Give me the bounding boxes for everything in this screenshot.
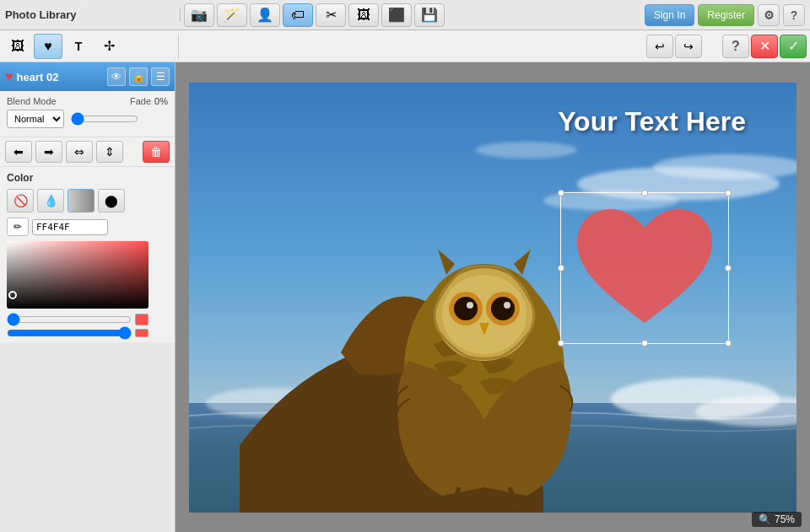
canvas-container: Your Text Here (189, 83, 796, 513)
hue-slider-row (7, 314, 168, 325)
redo-button[interactable]: ↪ (675, 35, 702, 58)
wand-tool-btn[interactable]: 🪄 (217, 3, 247, 27)
svg-point-18 (467, 302, 473, 309)
hue-slider[interactable] (7, 314, 132, 325)
save-tool-btn[interactable]: 💾 (414, 3, 445, 27)
help-icon-button[interactable]: ⚙ (758, 4, 780, 26)
text-tool-btn[interactable]: T (64, 34, 93, 59)
main-area: ♥ heart 02 👁 🔒 ☰ Blend Mode Fade 0% Norm… (0, 62, 810, 532)
eyedropper-button[interactable]: ✏ (7, 218, 29, 236)
heart-svg (560, 192, 729, 344)
image-tool-btn[interactable]: 🖼 (3, 34, 32, 59)
layer-lock-button[interactable]: 🔒 (129, 67, 148, 86)
color-picker[interactable] (7, 241, 148, 309)
texture-tool-btn[interactable]: ⬛ (381, 3, 412, 27)
canvas-area[interactable]: Your Text Here (176, 62, 810, 532)
layer-eye-button[interactable]: 👁 (107, 67, 126, 86)
undo-button[interactable]: ↩ (646, 35, 673, 58)
move-right-btn[interactable]: ➡ (35, 141, 62, 163)
frame-tool-btn[interactable]: 🖼 (348, 3, 379, 27)
circle-color-btn[interactable]: ⬤ (98, 189, 125, 212)
heart-tool-btn[interactable]: ♥ (34, 34, 62, 59)
camera-tool-btn[interactable]: 📷 (184, 3, 214, 27)
flat-color-btn[interactable] (68, 189, 94, 212)
no-color-btn[interactable]: 🚫 (7, 189, 34, 212)
transform-tool-btn[interactable]: ✢ (94, 34, 123, 59)
opacity-slider-row (7, 329, 168, 337)
zoom-value: 75% (775, 513, 795, 525)
cancel-button[interactable]: ✕ (751, 35, 778, 58)
fade-label: Fade (130, 96, 151, 106)
layer-menu-button[interactable]: ☰ (151, 67, 170, 86)
confirm-button[interactable]: ✓ (780, 35, 807, 58)
fade-slider[interactable] (71, 113, 138, 125)
person-tool-btn[interactable]: 👤 (250, 3, 280, 27)
color-title: Color (7, 172, 168, 184)
layer-header: ♥ heart 02 👁 🔒 ☰ (0, 62, 175, 91)
help-button[interactable]: ? (722, 35, 749, 58)
left-panel: ♥ heart 02 👁 🔒 ☰ Blend Mode Fade 0% Norm… (0, 62, 176, 532)
svg-point-19 (504, 302, 510, 309)
color-type-row: 🚫 💧 ⬤ (7, 189, 168, 212)
hue-swatch (135, 314, 148, 325)
blend-section: Blend Mode Fade 0% Normal Multiply Scree… (0, 91, 175, 137)
svg-point-17 (491, 297, 515, 320)
zoom-indicator: 🔍 75% (752, 512, 802, 527)
second-toolbar: 🖼 ♥ T ✢ ↩ ↪ ? ✕ ✓ (0, 30, 810, 62)
fade-value: 0% (154, 96, 168, 106)
svg-point-4 (476, 142, 577, 159)
delete-btn[interactable]: 🗑 (143, 141, 170, 163)
opacity-slider[interactable] (7, 329, 132, 337)
move-left-btn[interactable]: ⬅ (5, 141, 32, 163)
blend-mode-select[interactable]: Normal Multiply Screen Overlay (7, 110, 64, 128)
settings-button[interactable]: ? (783, 4, 805, 26)
signin-button[interactable]: Sign In (645, 4, 694, 26)
app-title: Photo Library (5, 8, 77, 21)
color-section: Color 🚫 💧 ⬤ ✏ (0, 167, 175, 342)
solid-color-btn[interactable]: 💧 (37, 189, 64, 212)
register-button[interactable]: Register (698, 4, 754, 26)
scissors-tool-btn[interactable]: ✂ (316, 3, 346, 27)
transform-row: ⬅ ➡ ⇔ ⇕ 🗑 (0, 137, 175, 167)
layer-name: heart 02 (17, 71, 105, 83)
flip-v-btn[interactable]: ⇕ (96, 141, 123, 163)
canvas-background: Your Text Here (189, 83, 796, 513)
zoom-icon: 🔍 (759, 513, 771, 525)
flip-h-btn[interactable]: ⇔ (66, 141, 93, 163)
stamp-tool-btn[interactable]: 🏷 (283, 3, 313, 27)
layer-heart-icon: ♥ (5, 69, 14, 84)
hex-input[interactable] (32, 219, 108, 235)
heart-shape-container[interactable] (560, 192, 729, 344)
svg-point-16 (454, 297, 478, 320)
blend-mode-label: Blend Mode (7, 96, 57, 106)
color-hex-row: ✏ (7, 218, 168, 236)
top-toolbar: Photo Library 📷 🪄 👤 🏷 ✂ 🖼 ⬛ 💾 Sign In Re… (0, 0, 810, 30)
opacity-swatch (135, 329, 148, 337)
